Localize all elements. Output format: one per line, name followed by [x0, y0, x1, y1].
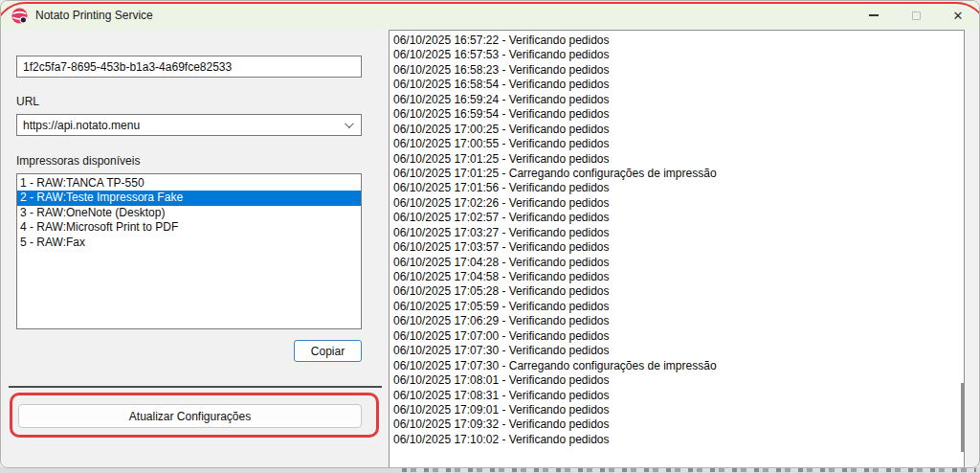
log-entry: 06/10/2025 17:02:26 - Verificando pedido… — [393, 196, 960, 211]
log-entry: 06/10/2025 16:58:54 - Verificando pedido… — [393, 78, 960, 92]
printer-list-item[interactable]: 2 - RAW:Teste Impressora Fake — [17, 191, 361, 205]
url-label: URL — [16, 95, 39, 108]
update-settings-button[interactable]: Atualizar Configurações — [18, 404, 362, 428]
log-panel: 06/10/2025 16:57:22 - Verificando pedido… — [389, 30, 965, 468]
log-list: 06/10/2025 16:57:22 - Verificando pedido… — [390, 31, 960, 467]
log-entry: 06/10/2025 16:57:22 - Verificando pedido… — [393, 34, 960, 48]
log-entry: 06/10/2025 16:59:24 - Verificando pedido… — [393, 93, 960, 107]
url-dropdown-value: https://api.notato.menu — [23, 119, 345, 132]
close-icon: ✕ — [953, 10, 964, 22]
printer-list-item[interactable]: 5 - RAW:Fax — [17, 236, 361, 250]
maximize-button[interactable] — [895, 1, 937, 30]
maximize-icon — [912, 11, 921, 20]
app-logo-icon — [11, 8, 28, 24]
printer-list-item[interactable]: 4 - RAW:Microsoft Print to PDF — [17, 220, 361, 235]
log-entry: 06/10/2025 16:59:54 - Verificando pedido… — [393, 107, 960, 122]
window-controls: ✕ — [853, 1, 979, 30]
printer-list: 1 - RAW:TANCA TP-5502 - RAW:Teste Impres… — [16, 173, 362, 329]
log-entry: 06/10/2025 17:07:30 - Verificando pedido… — [393, 344, 960, 358]
chevron-down-icon — [345, 119, 354, 128]
app-window: Notato Printing Service ✕ Token URL http… — [0, 0, 980, 468]
log-entry: 06/10/2025 17:07:00 - Verificando pedido… — [393, 329, 960, 344]
log-entry: 06/10/2025 17:08:31 - Verificando pedido… — [393, 389, 960, 403]
log-entry: 06/10/2025 17:01:56 - Verificando pedido… — [393, 181, 960, 195]
log-entry: 06/10/2025 17:09:32 - Verificando pedido… — [393, 417, 960, 432]
minimize-icon — [869, 14, 879, 15]
log-entry: 06/10/2025 17:02:57 - Verificando pedido… — [393, 211, 960, 225]
separator-line — [9, 386, 382, 388]
window-title: Notato Printing Service — [35, 9, 153, 22]
log-entry: 06/10/2025 17:09:01 - Verificando pedido… — [393, 403, 960, 417]
log-entry: 06/10/2025 17:04:28 - Verificando pedido… — [393, 256, 960, 270]
minimize-button[interactable] — [853, 1, 895, 30]
log-entry: 06/10/2025 17:07:30 - Carregando configu… — [393, 359, 960, 373]
log-entry: 06/10/2025 17:00:25 - Verificando pedido… — [393, 123, 960, 137]
printer-list-item[interactable]: 1 - RAW:TANCA TP-550 — [17, 176, 361, 191]
log-entry: 06/10/2025 17:03:27 - Verificando pedido… — [393, 226, 960, 240]
log-entry: 06/10/2025 17:10:02 - Verificando pedido… — [393, 433, 960, 447]
url-dropdown[interactable]: https://api.notato.menu — [16, 114, 362, 136]
log-scrollbar-thumb[interactable] — [961, 383, 964, 452]
token-input[interactable] — [16, 56, 362, 78]
log-entry: 06/10/2025 17:03:57 - Verificando pedido… — [393, 240, 960, 255]
log-entry: 06/10/2025 17:04:58 - Verificando pedido… — [393, 270, 960, 284]
printer-list-item[interactable]: 3 - RAW:OneNote (Desktop) — [17, 206, 361, 220]
log-entry: 06/10/2025 17:01:25 - Verificando pedido… — [393, 152, 960, 167]
log-entry: 06/10/2025 17:05:28 - Verificando pedido… — [393, 284, 960, 299]
log-entry: 06/10/2025 16:58:23 - Verificando pedido… — [393, 63, 960, 78]
printers-label: Impressoras disponíveis — [16, 154, 140, 168]
log-entry: 06/10/2025 16:57:53 - Verificando pedido… — [393, 48, 960, 62]
log-entry: 06/10/2025 17:05:59 - Verificando pedido… — [393, 300, 960, 314]
close-button[interactable]: ✕ — [937, 1, 979, 30]
copy-button[interactable]: Copiar — [294, 340, 362, 362]
log-entry: 06/10/2025 17:00:55 - Verificando pedido… — [393, 137, 960, 151]
log-entry: 06/10/2025 17:01:25 - Carregando configu… — [393, 167, 960, 181]
settings-panel: Token URL https://api.notato.menu Impres… — [1, 30, 389, 468]
log-entry: 06/10/2025 17:06:29 - Verificando pedido… — [393, 314, 960, 328]
occluded-background-text — [402, 468, 976, 472]
titlebar: Notato Printing Service ✕ — [1, 1, 979, 30]
log-entry: 06/10/2025 17:08:01 - Verificando pedido… — [393, 373, 960, 388]
